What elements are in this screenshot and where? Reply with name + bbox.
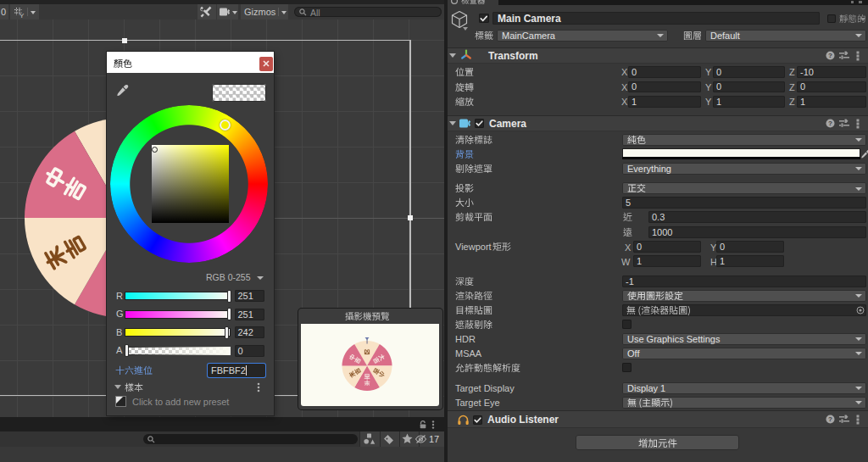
svg-text:?: ? bbox=[828, 52, 832, 59]
svg-text:?: ? bbox=[828, 120, 832, 127]
svg-text:?: ? bbox=[828, 415, 832, 423]
svg-text:Y: Y bbox=[19, 12, 25, 19]
